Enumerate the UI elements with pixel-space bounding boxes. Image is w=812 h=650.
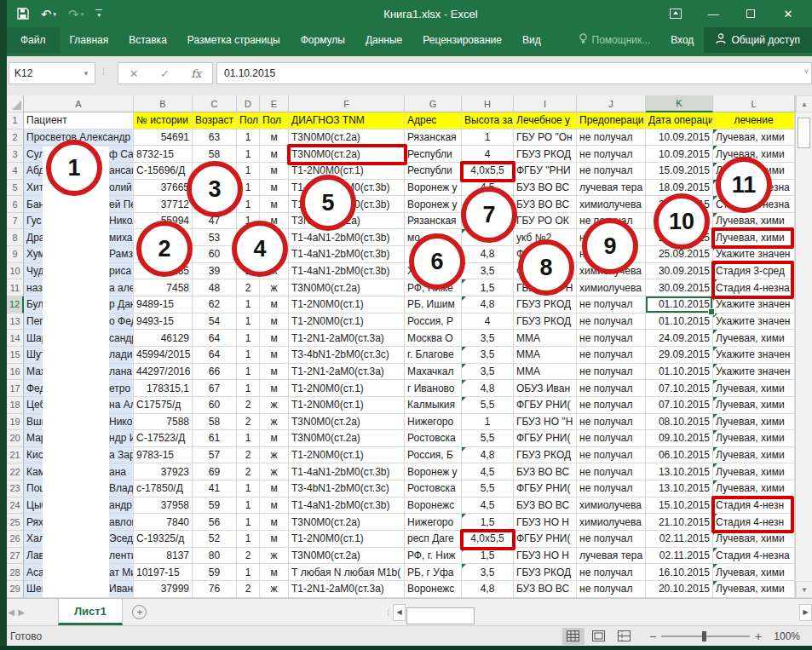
cell-D29[interactable]: 2 xyxy=(237,581,260,598)
cell-I20[interactable]: ФГБУ РНИ( xyxy=(514,430,577,447)
col-header-A[interactable]: A xyxy=(24,95,134,112)
cell-I5[interactable]: БУЗ ВО ВС xyxy=(514,180,577,197)
cell-I26[interactable]: ФГБУ РНИ( xyxy=(514,531,577,548)
cell-F27[interactable]: T3N0M0(ст.2а) xyxy=(289,548,405,565)
confirm-entry-icon[interactable]: ✓ xyxy=(160,67,170,80)
cell-D14[interactable]: 1 xyxy=(237,330,260,347)
cell-K23[interactable]: 13.10.2015 xyxy=(646,480,713,498)
cell-C13[interactable]: 54 xyxy=(193,313,237,331)
row-header-27[interactable]: 27 xyxy=(7,548,24,565)
row-header-20[interactable]: 20 xyxy=(7,430,24,447)
cell-L28[interactable]: Лучевая, хими xyxy=(713,564,795,581)
row-header-11[interactable]: 11 xyxy=(7,279,24,296)
minimize-button[interactable]: — xyxy=(694,0,732,27)
cell-B22[interactable]: 37923 xyxy=(134,463,193,480)
undo-button[interactable]: ↶▾ xyxy=(41,8,56,20)
cell-H14[interactable]: 3,5 xyxy=(462,330,514,347)
cell-F11[interactable]: T3N0M0(ст.2а) xyxy=(289,279,405,296)
cell-L14[interactable]: Лучевая, хими xyxy=(713,330,795,347)
cell-C17[interactable]: 67 xyxy=(193,380,237,397)
cell-I13[interactable]: ГБУЗ РКОД xyxy=(514,313,577,331)
cell-G12[interactable]: РБ, Ишим xyxy=(405,296,462,313)
cell-B14[interactable]: 46129 xyxy=(134,330,193,347)
cell-I27[interactable]: ГБУЗ НО Н xyxy=(514,548,577,565)
cell-B5[interactable]: 37665 xyxy=(134,180,193,197)
cell-G5[interactable]: Воронеж у xyxy=(405,180,462,197)
tab-review[interactable]: Рецензирование xyxy=(412,27,512,53)
cell-B3[interactable]: 8732-15 xyxy=(134,146,193,163)
sign-in-button[interactable]: Вход xyxy=(660,27,704,53)
maximize-button[interactable] xyxy=(732,0,769,27)
horizontal-scrollbar[interactable]: ◀ ▶ xyxy=(393,603,812,621)
cell-E25[interactable]: м xyxy=(260,514,289,531)
cell-H10[interactable]: 3,5 xyxy=(462,263,514,280)
cell-B4[interactable]: С-15696/Д xyxy=(134,163,193,180)
cell-B12[interactable]: 9489-15 xyxy=(134,296,193,313)
page-layout-view-icon[interactable] xyxy=(588,628,610,645)
cell-F15[interactable]: T3-4bN1-2bM0(ст.3с) xyxy=(289,347,405,364)
cancel-entry-icon[interactable]: ✕ xyxy=(130,67,139,80)
row-header-25[interactable]: 25 xyxy=(7,514,24,531)
cell-I17[interactable]: ОБУЗ Иван xyxy=(514,380,577,397)
cell-E3[interactable]: м xyxy=(260,146,289,163)
scroll-left-icon[interactable]: ◀ xyxy=(393,604,406,621)
cell-C8[interactable]: 53 xyxy=(193,229,237,246)
cell-F10[interactable]: T1-4aN1-2bM0(ст.3b) xyxy=(289,263,405,280)
cell-E28[interactable]: м xyxy=(260,564,289,581)
cell-I25[interactable]: ГБУЗ НО Н xyxy=(514,514,577,531)
row-header-22[interactable]: 22 xyxy=(7,463,24,480)
cell-D15[interactable]: 1 xyxy=(237,347,260,364)
cell-H16[interactable]: 3,5 xyxy=(462,364,514,381)
cell-K21[interactable]: 06.10.2015 xyxy=(646,447,713,464)
cell-J6[interactable]: химиолучева xyxy=(577,196,646,213)
cell-J23[interactable]: не получал xyxy=(577,480,646,498)
cell-G20[interactable]: Ростовска xyxy=(405,430,462,447)
cell-G29[interactable]: Воронежс xyxy=(405,581,462,598)
cell-E21[interactable]: ж xyxy=(260,447,289,464)
cell-F19[interactable]: T3N0M0(ст.2а) xyxy=(289,414,405,431)
name-box-dropdown-icon[interactable]: ▼ xyxy=(83,70,89,78)
cell-H11[interactable]: 1,5 xyxy=(462,279,514,296)
cell-G17[interactable]: г Иваново xyxy=(405,380,462,397)
col-header-B[interactable]: B xyxy=(134,95,193,112)
cell-C3[interactable]: 58 xyxy=(193,146,237,163)
cell-H23[interactable]: 5,5 xyxy=(462,480,514,498)
cell-L16[interactable]: Укажите значен xyxy=(713,364,795,381)
cell-B28[interactable]: 10197-15 xyxy=(134,564,193,581)
cell-J18[interactable]: не получал xyxy=(577,397,646,414)
cell-H17[interactable]: 4,8 xyxy=(462,380,514,397)
zoom-level-label[interactable]: 100% xyxy=(774,630,800,642)
cell-K19[interactable]: 08.10.2015 xyxy=(646,414,713,431)
save-icon[interactable] xyxy=(17,8,29,20)
new-sheet-button[interactable]: + xyxy=(123,599,157,625)
cell-J5[interactable]: лучевая тера xyxy=(577,180,646,197)
cell-K22[interactable]: 13.10.2015 xyxy=(646,463,713,480)
col-header-C[interactable]: C xyxy=(193,95,237,112)
cell-H12[interactable]: 4,8 xyxy=(462,296,514,313)
cell-D23[interactable]: 1 xyxy=(237,480,260,498)
cell-F21[interactable]: T1-2N0M0(ст.1) xyxy=(289,447,405,464)
cell-H15[interactable]: 3,5 xyxy=(462,347,514,364)
col-header-E[interactable]: E xyxy=(260,95,289,112)
cell-G28[interactable]: РБ, г Уфа xyxy=(405,564,462,581)
cell-B23[interactable]: с-17850/Д xyxy=(134,480,193,498)
cell-F29[interactable]: T1-2N1-2aM0(ст.3а) xyxy=(289,581,405,598)
col-header-J[interactable]: J xyxy=(577,95,646,112)
cell-E24[interactable]: м xyxy=(260,498,289,515)
cell-C20[interactable]: 61 xyxy=(193,430,237,447)
tab-formulas[interactable]: Формулы xyxy=(291,27,355,53)
cell-H21[interactable]: 4,8 xyxy=(462,447,514,464)
tab-data[interactable]: Данные xyxy=(355,27,412,53)
cell-C22[interactable]: 69 xyxy=(193,463,237,480)
cell-I15[interactable]: ММА xyxy=(514,347,577,364)
row-header-16[interactable]: 16 xyxy=(7,364,24,381)
cell-J29[interactable]: не получал xyxy=(577,581,646,598)
cell-J1[interactable]: Предопераци xyxy=(577,112,646,129)
sheet-nav-right-icon[interactable]: ▶ xyxy=(10,599,32,625)
row-header-10[interactable]: 10 xyxy=(7,263,24,280)
cell-J22[interactable]: не получал xyxy=(577,463,646,480)
tab-insert[interactable]: Вставка xyxy=(118,27,177,53)
cell-C23[interactable]: 41 xyxy=(193,480,237,498)
cell-D22[interactable]: 2 xyxy=(237,463,260,480)
cell-E22[interactable]: ж xyxy=(260,463,289,480)
